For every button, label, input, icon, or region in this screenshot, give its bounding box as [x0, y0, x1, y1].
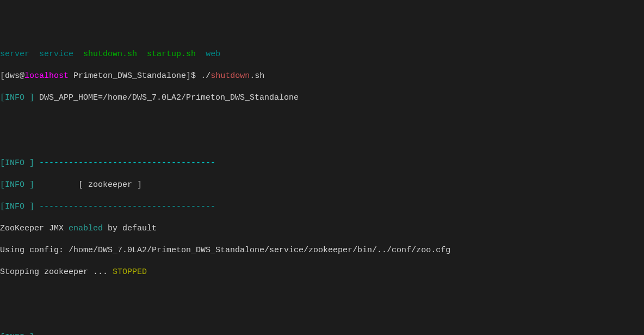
terminal-output: server service shutdown.sh startup.sh we…: [0, 44, 644, 335]
zk-stopping-line: Stopping zookeeper ... STOPPED: [0, 267, 644, 278]
blank-line: [0, 310, 644, 321]
zk-jmx-line: ZooKeeper JMX enabled by default: [0, 223, 644, 234]
info-app-home: [INFO ] DWS_APP_HOME=/home/DWS_7.0LA2/Pr…: [0, 93, 644, 103]
divider-line: [INFO ] --------------------------------…: [0, 202, 644, 212]
zk-config-line: Using config: /home/DWS_7.0LA2/Primeton_…: [0, 245, 644, 256]
blank-line: [0, 136, 644, 147]
blank-line: [0, 114, 644, 125]
top-cut-line: server service shutdown.sh startup.sh we…: [0, 49, 644, 60]
blank-line: [0, 289, 644, 300]
divider-line: [INFO ] --------------------------------…: [0, 158, 644, 169]
section-title-zookeeper: [INFO ] [ zookeeper ]: [0, 180, 644, 191]
divider-line: [INFO ] --------------------------------…: [0, 332, 644, 335]
prompt-line-1[interactable]: [dws@localhost Primeton_DWS_Standalone]$…: [0, 71, 644, 82]
